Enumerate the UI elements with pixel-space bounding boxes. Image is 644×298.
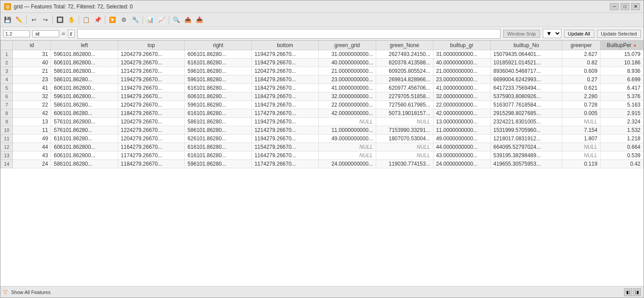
pan-button[interactable]: ✋ (66, 15, 77, 25)
export-button[interactable]: 📤 (183, 15, 193, 25)
data-table: id left top right bottom green_grid gree… (0, 40, 644, 168)
table-row[interactable]: 10 11 576101.86280... 1224279.26670... 5… (1, 126, 644, 135)
col-header-bottom[interactable]: bottom (251, 41, 318, 50)
cell-builtupPer: 2.915 (600, 109, 644, 118)
table-row[interactable]: 14 24 586101.86280... 1184279.26670... 5… (1, 160, 644, 168)
edit-button[interactable]: ✏️ (14, 15, 24, 25)
status-bar: ▽ Show All Features ◧ ◨ (0, 286, 644, 298)
update-all-button[interactable]: Update All (564, 30, 594, 38)
redo-button[interactable]: ↪ (40, 15, 51, 25)
cell-green-none: NULL (376, 151, 433, 160)
stats-button[interactable]: 📈 (156, 15, 167, 25)
filter-button[interactable]: 🔽 (107, 15, 118, 25)
cell-green-grid: 49.0000000000... (318, 135, 376, 143)
cell-builtup-no: 539195.38298489... (490, 151, 562, 160)
table-row[interactable]: 12 44 606101.862800... 1164279.26670... … (1, 143, 644, 151)
minimize-button[interactable]: ─ (610, 3, 619, 10)
cell-greenper: 0.728 (562, 101, 600, 109)
cell-left: 586101.86280... (51, 75, 118, 84)
table-row[interactable]: 8 42 606101.86280... 1184279.26670... 61… (1, 109, 644, 118)
cell-top: 1174279.26670... (118, 151, 185, 160)
paste-button[interactable]: 📌 (92, 15, 103, 25)
title-bar-left: Q grid — Features Total: 72, Filtered: 7… (4, 3, 133, 10)
cell-greenper: 0.621 (562, 84, 600, 92)
table-row[interactable]: 9 13 576101.862800... 1204279.26670... 5… (1, 118, 644, 126)
chart-button[interactable]: 📊 (145, 15, 155, 25)
table-row[interactable]: 5 41 606101.862800... 1194279.26670... 6… (1, 84, 644, 92)
col-header-id[interactable]: id (13, 41, 51, 50)
copy-button[interactable]: 📋 (81, 15, 91, 25)
settings-button[interactable]: ⚙ (119, 15, 129, 25)
col-header-left[interactable]: left (51, 41, 118, 50)
cell-greenper: NULL (562, 151, 600, 160)
col-header-right[interactable]: right (185, 41, 252, 50)
cell-right: 616101.86280... (185, 109, 252, 118)
cell-id: 23 (13, 75, 51, 84)
table-row[interactable]: 13 43 606101.862800... 1174279.26670... … (1, 151, 644, 160)
cell-greenper: 1.807 (562, 135, 600, 143)
attribute-table[interactable]: id left top right bottom green_grid gree… (0, 40, 644, 286)
col-header-top[interactable]: top (118, 41, 185, 50)
field-name-selector[interactable]: id (32, 30, 59, 37)
cell-green-grid: NULL (318, 151, 376, 160)
col-header-green-grid[interactable]: green_grid (318, 41, 376, 50)
table-row[interactable]: 4 23 586101.86280... 1194279.26670... 59… (1, 75, 644, 84)
cell-builtup-no: 8936040.5468717... (490, 67, 562, 75)
cell-bottom: 1164279.26670... (251, 151, 318, 160)
col-header-builtup-gr[interactable]: builtup_gr (433, 41, 490, 50)
cell-green-grid: NULL (318, 118, 376, 126)
cell-builtupPer: 1.532 (600, 126, 644, 135)
table-row[interactable]: 1 31 596101.862800... 1204279.26670... 6… (1, 50, 644, 59)
cell-id: 49 (13, 135, 51, 143)
formula-input[interactable] (77, 29, 501, 39)
show-features-button[interactable]: Show All Features (11, 290, 51, 295)
col-header-green-none[interactable]: green_None (376, 41, 433, 50)
status-icon-1[interactable]: ◧ (624, 288, 632, 296)
col-header-builtupPer[interactable]: BuiltupPer ▼ (600, 41, 644, 50)
select-button[interactable]: 🔲 (55, 15, 65, 25)
status-icon-2[interactable]: ◨ (633, 288, 641, 296)
toolbar: 💾 ✏️ ↩ ↪ 🔲 ✋ 📋 📌 🔽 ⚙ 🔧 📊 📈 🔍 📤 📥 (0, 13, 644, 27)
window-title: grid — Features Total: 72, Filtered: 72,… (14, 4, 133, 10)
col-header-builtup-no[interactable]: builtup_No (490, 41, 562, 50)
epsilon-button[interactable]: ε (68, 30, 75, 38)
import-button[interactable]: 📥 (194, 15, 205, 25)
toolbar-separator-1 (26, 16, 27, 24)
cell-id: 32 (13, 92, 51, 101)
maximize-button[interactable]: □ (620, 3, 629, 10)
zoom-button[interactable]: 🔍 (171, 15, 182, 25)
cell-builtup-gr: 41.0000000000... (433, 84, 490, 92)
cell-builtup-gr: 44.0000000000... (433, 143, 490, 151)
table-row[interactable]: 11 49 616101.86280... 1204279.26670... 6… (1, 135, 644, 143)
cell-greenper: 2.280 (562, 92, 600, 101)
cell-builtup-gr: 23.0000000000... (433, 75, 490, 84)
cell-top: 1204279.26670... (118, 50, 185, 59)
cell-left: 616101.86280... (51, 135, 118, 143)
table-row[interactable]: 7 22 586101.86280... 1204279.26670... 59… (1, 101, 644, 109)
close-button[interactable]: ✕ (631, 3, 640, 10)
update-selected-button[interactable]: Update Selected (597, 30, 641, 38)
cell-green-grid: 11.0000000000... (318, 126, 376, 135)
cell-left: 586101.86280... (51, 160, 118, 168)
col-header-greenper[interactable]: greenper (562, 41, 600, 50)
table-row[interactable]: 3 21 586101.862800... 1214279.26670... 5… (1, 67, 644, 75)
cell-builtup-gr: 31.0000000000... (433, 50, 490, 59)
cell-green-none: 1807070.53004... (376, 135, 433, 143)
cell-bottom: 1184279.26670... (251, 92, 318, 101)
row-number: 4 (1, 75, 13, 84)
toolbar-separator-6 (169, 16, 169, 24)
window-snip-button[interactable]: Window Snip (503, 30, 540, 38)
row-number: 8 (1, 109, 13, 118)
table-row[interactable]: 6 32 596101.862800... 1194279.26670... 6… (1, 92, 644, 101)
cell-green-grid: 40.0000000000... (318, 59, 376, 67)
cell-green-none: 2279705.51858... (376, 92, 433, 101)
cell-greenper: 0.27 (562, 75, 600, 84)
cell-green-none: 609205.805524... (376, 67, 433, 75)
cell-top: 1194279.26670... (118, 75, 185, 84)
cell-builtup-no: 6699004.6242993... (490, 75, 562, 84)
save-button[interactable]: 💾 (2, 15, 13, 25)
table-row[interactable]: 2 40 606101.862800... 1204279.26670... 6… (1, 59, 644, 67)
undo-button[interactable]: ↩ (28, 15, 39, 25)
field-dropdown[interactable]: ▼ (543, 29, 561, 38)
tools-button[interactable]: 🔧 (130, 15, 141, 25)
